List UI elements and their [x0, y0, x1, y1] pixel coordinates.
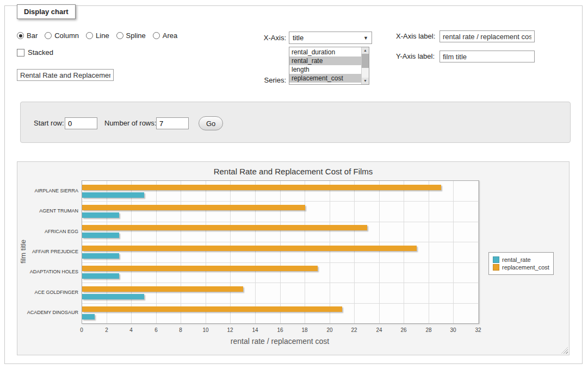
chart-title: Rental Rate and Replacement Cost of Film… [17, 167, 569, 176]
num-rows-input[interactable] [156, 117, 189, 129]
legend-label: rental_rate [502, 256, 531, 263]
chart-legend: rental_ratereplacement_cost [488, 252, 554, 275]
gridline-v [206, 181, 206, 323]
y-axis-label-input[interactable] [440, 51, 535, 62]
category-label: ACADEMY DINOSAUR [17, 310, 78, 315]
resize-handle-icon[interactable] [561, 347, 568, 354]
legend-swatch-icon [493, 264, 499, 271]
bar-rental_rate [82, 192, 144, 198]
display-chart-page: Display chart Bar Column Line Spline Are… [0, 0, 588, 370]
chart-type-label: Spline [126, 32, 146, 40]
bar-rental_rate [82, 314, 95, 319]
gridline-v [478, 181, 479, 323]
chart-title-input[interactable] [17, 69, 114, 81]
x-tick-label: 6 [148, 327, 164, 333]
gridline-h [82, 303, 479, 304]
scroll-down-icon[interactable]: ▼ [362, 78, 369, 84]
x-axis-title: rental rate / replacement cost [82, 337, 478, 346]
x-tick-label: 10 [197, 327, 214, 333]
x-tick-label: 0 [73, 327, 90, 333]
series-option[interactable]: rental_rate [289, 57, 361, 65]
bar-replacement_cost [82, 246, 417, 251]
rows-panel: Start row: Number of rows: Go [20, 102, 571, 143]
stacked-label: Stacked [28, 48, 53, 57]
gridline-h [82, 222, 479, 222]
start-row-label: Start row: [34, 117, 64, 129]
legend-swatch-icon [493, 256, 499, 263]
chart-canvas: Rental Rate and Replacement Cost of Film… [17, 161, 570, 355]
x-tick-label: 18 [296, 327, 313, 333]
chart-type-option-bar[interactable]: Bar [17, 32, 38, 40]
series-option[interactable]: rental_duration [289, 48, 361, 57]
stacked-checkbox[interactable]: Stacked [17, 48, 53, 57]
category-label: ACE GOLDFINGER [17, 290, 78, 295]
gridline-v [107, 181, 107, 323]
start-row-input[interactable] [65, 117, 97, 129]
listbox-scrollbar[interactable]: ▲ ▼ [361, 47, 369, 84]
scrollbar-thumb[interactable] [362, 54, 369, 68]
chart-type-option-spline[interactable]: Spline [116, 32, 146, 40]
scroll-up-icon[interactable]: ▲ [362, 47, 369, 54]
x-tick-label: 32 [470, 327, 486, 333]
bar-replacement_cost [82, 306, 342, 312]
x-tick-label: 30 [445, 327, 461, 333]
x-axis-selected-value: title [293, 34, 304, 42]
category-label: AIRPLANE SIERRA [17, 188, 78, 193]
x-tick-label: 20 [321, 327, 338, 333]
x-tick-label: 14 [247, 327, 263, 333]
series-option[interactable]: replacement_cost [289, 74, 361, 83]
gridline-v [280, 181, 281, 323]
gridline-h [82, 201, 479, 202]
x-axis-select[interactable]: title ▼ [289, 32, 372, 44]
series-listbox[interactable]: rental_duration rental_rate length repla… [289, 47, 369, 85]
x-axis-field-label: X-Axis: [232, 34, 286, 42]
gridline-v [379, 181, 380, 323]
chart-type-option-line[interactable]: Line [86, 32, 109, 40]
category-label: AGENT TRUMAN [17, 208, 78, 214]
radio-icon [45, 32, 52, 39]
gridline-h [82, 262, 479, 263]
bar-rental_rate [82, 253, 119, 259]
fieldset-legend: Display chart [17, 4, 76, 19]
plot-area [82, 180, 479, 324]
radio-icon [17, 32, 24, 39]
chart-type-label: Bar [27, 32, 38, 40]
bar-replacement_cost [82, 286, 243, 292]
x-tick-label: 26 [395, 327, 412, 333]
chart-type-option-area[interactable]: Area [153, 32, 177, 40]
gridline-v [305, 181, 305, 323]
x-tick-label: 4 [123, 327, 139, 333]
bar-rental_rate [82, 273, 119, 279]
x-tick-label: 8 [172, 327, 189, 333]
x-tick-label: 16 [272, 327, 288, 333]
x-tick-label: 2 [98, 327, 115, 333]
x-tick-label: 28 [420, 327, 437, 333]
gridline-v [429, 181, 429, 323]
radio-icon [153, 32, 160, 39]
bar-replacement_cost [82, 185, 441, 190]
legend-label: replacement_cost [502, 264, 549, 271]
bar-replacement_cost [82, 205, 305, 210]
chart-type-label: Area [163, 32, 177, 40]
gridline-v [330, 181, 330, 323]
gridline-h [82, 283, 479, 283]
gridline-v [131, 181, 132, 323]
category-label: ADAPTATION HOLES [17, 269, 78, 274]
gridline-v [181, 181, 181, 323]
bar-rental_rate [82, 294, 144, 299]
gridline-v [156, 181, 157, 323]
gridline-h [82, 242, 479, 242]
gridline-v [255, 181, 256, 323]
gridline-v [230, 181, 231, 323]
chart-type-option-column[interactable]: Column [45, 32, 79, 40]
legend-item: replacement_cost [493, 264, 549, 271]
display-chart-fieldset: Display chart Bar Column Line Spline Are… [4, 5, 583, 364]
bar-replacement_cost [82, 225, 367, 230]
series-field-label: Series: [232, 76, 286, 85]
go-button[interactable]: Go [199, 116, 223, 130]
bar-replacement_cost [82, 266, 318, 271]
series-option[interactable]: length [289, 65, 361, 74]
x-tick-label: 24 [371, 327, 387, 333]
radio-icon [116, 32, 123, 39]
x-axis-label-input[interactable] [440, 30, 535, 42]
